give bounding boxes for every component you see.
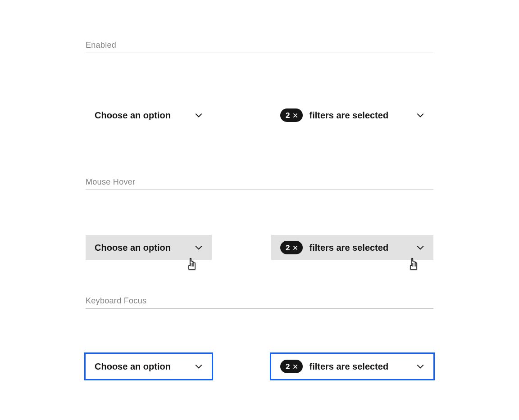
filter-count: 2 [286, 244, 290, 252]
dropdown-focus-filter[interactable]: 2 filters are selected [271, 354, 433, 379]
section-heading-enabled: Enabled [86, 41, 433, 53]
filter-count-badge[interactable]: 2 [280, 360, 303, 373]
section-heading-focus: Keyboard Focus [86, 296, 433, 309]
dropdown-hover-default[interactable]: Choose an option [86, 235, 212, 260]
section-heading-hover: Mouse Hover [86, 177, 433, 190]
filter-count-badge[interactable]: 2 [280, 108, 303, 122]
dropdown-placeholder: Choose an option [95, 110, 171, 121]
dropdown-filter-label: filters are selected [309, 110, 388, 121]
dropdown-placeholder: Choose an option [95, 243, 171, 253]
filter-count-badge[interactable]: 2 [280, 241, 303, 254]
chevron-down-icon [416, 362, 424, 370]
chevron-down-icon [195, 244, 203, 252]
close-icon[interactable] [292, 113, 298, 118]
chevron-down-icon [416, 111, 424, 119]
dropdown-focus-default[interactable]: Choose an option [86, 354, 212, 379]
dropdown-hover-filter[interactable]: 2 filters are selected [271, 235, 433, 260]
cursor-pointer-icon [187, 257, 197, 271]
close-icon[interactable] [292, 364, 298, 370]
filter-count: 2 [286, 363, 290, 370]
dropdown-filter-label: filters are selected [309, 243, 388, 253]
chevron-down-icon [195, 362, 203, 370]
dropdown-placeholder: Choose an option [95, 361, 171, 372]
dropdown-enabled-filter[interactable]: 2 filters are selected [271, 103, 433, 128]
close-icon[interactable] [292, 245, 298, 251]
filter-count: 2 [286, 112, 290, 119]
chevron-down-icon [195, 111, 203, 119]
cursor-pointer-icon [408, 257, 419, 271]
chevron-down-icon [416, 244, 424, 252]
dropdown-filter-label: filters are selected [309, 361, 388, 372]
dropdown-enabled-default[interactable]: Choose an option [86, 103, 212, 128]
